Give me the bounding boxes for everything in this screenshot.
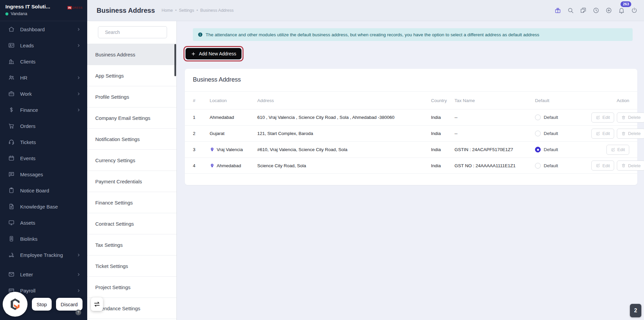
location-name: Vraj Valencia (217, 147, 243, 152)
row-number: 3 (193, 147, 210, 152)
breadcrumb-item-home[interactable]: Home (162, 8, 173, 13)
sidebar-item-events[interactable]: Events (0, 150, 87, 166)
default-radio[interactable] (535, 163, 541, 169)
gift-icon[interactable] (554, 7, 561, 14)
address-text: Science City Road, Sola (257, 163, 431, 168)
trash-icon (621, 163, 626, 168)
recorder-logo-button[interactable] (3, 292, 28, 317)
settings-item-finance-settings[interactable]: Finance Settings (87, 192, 176, 213)
sidebar-item-orders[interactable]: Orders (0, 118, 87, 134)
sidebar-item-hr[interactable]: HR (0, 70, 87, 86)
clock-icon[interactable] (592, 7, 600, 14)
sidebar-item-notice-board[interactable]: Notice Board (0, 182, 87, 198)
default-radio[interactable] (535, 131, 541, 136)
settings-item-payment-credentials[interactable]: Payment Credentials (87, 171, 176, 192)
sidebar-item-employee-tracking[interactable]: Employee Tracking (0, 247, 87, 263)
breadcrumb: Home•Settings•Business Address (162, 8, 234, 13)
bell-icon[interactable]: 263 (618, 7, 625, 14)
settings-item-app-settings[interactable]: App Settings (87, 65, 176, 86)
sidebar-item-clients[interactable]: Clients (0, 53, 87, 70)
sidebar-item-biolinks[interactable]: Biolinks (0, 231, 87, 247)
edit-button[interactable]: Edit (591, 112, 614, 123)
user-name: Vandana (11, 11, 27, 16)
edit-icon (596, 115, 600, 120)
row-number: 2 (193, 131, 210, 136)
location-cell: Ahmedabad (210, 115, 257, 120)
chevron-right-icon (77, 92, 80, 96)
address-table: #LocationAddressCountryTax NameDefaultAc… (185, 92, 637, 174)
brand-header: Ingress IT Soluti... Vandana IN GRESS (0, 0, 87, 21)
default-label: Default (544, 147, 558, 152)
default-radio[interactable] (535, 115, 541, 120)
settings-item-company-email-settings[interactable]: Company Email Settings (87, 107, 176, 129)
sidebar-item-leads[interactable]: Leads (0, 37, 87, 53)
sidebar-item-dashboard[interactable]: Dashboard (0, 21, 87, 37)
sidebar-item-work[interactable]: Work (0, 86, 87, 102)
sidebar-item-letter[interactable]: Letter (0, 266, 87, 282)
online-status-dot (5, 12, 8, 15)
edit-button[interactable]: Edit (606, 145, 629, 155)
leads-icon (8, 42, 15, 49)
location-name: Ahmedabad (210, 115, 234, 120)
settings-item-currency-settings[interactable]: Currency Settings (87, 150, 176, 171)
add-new-address-button[interactable]: Add New Address (185, 48, 241, 59)
sidebar-item-tickets[interactable]: Tickets (0, 134, 87, 150)
sidebar-item-label: Messages (20, 172, 80, 177)
sidebar-item-label: Biolinks (20, 236, 80, 242)
sidebar-item-label: Orders (20, 123, 80, 129)
edit-icon (596, 163, 600, 168)
app-window: Ingress IT Soluti... Vandana IN GRESS Da… (0, 0, 644, 320)
scrollbar-thumb[interactable] (174, 44, 176, 76)
help-button[interactable]: ? (75, 310, 81, 315)
tax-name-text: GST NO : 24AAAAA1111E1Z1 (454, 163, 535, 168)
page-title: Business Address (97, 7, 155, 14)
tab-count-badge[interactable]: 2 (630, 304, 641, 317)
settings-item-tax-settings[interactable]: Tax Settings (87, 234, 176, 256)
settings-search-input[interactable] (105, 30, 166, 35)
assets-icon (8, 219, 15, 226)
sidebar-item-label: Assets (20, 220, 80, 226)
notes-icon[interactable] (580, 7, 587, 14)
swap-button[interactable] (91, 298, 103, 311)
settings-item-profile-settings[interactable]: Profile Settings (87, 86, 176, 107)
edit-button[interactable]: Edit (591, 129, 614, 139)
messages-icon (8, 171, 15, 178)
business-address-card: Business Address #LocationAddressCountry… (185, 69, 637, 185)
sidebar-item-knowledge-base[interactable]: Knowledge Base (0, 198, 87, 215)
sidebar-item-label: Leads (20, 43, 71, 48)
power-icon[interactable] (631, 7, 638, 14)
search-icon[interactable] (567, 7, 574, 14)
settings-item-contract-settings[interactable]: Contract Settings (87, 213, 176, 234)
table-header: #LocationAddressCountryTax NameDefaultAc… (185, 92, 637, 109)
pin-icon (210, 163, 215, 168)
settings-panel: Business AddressApp SettingsProfile Sett… (87, 21, 177, 320)
sidebar-item-label: Employee Tracking (20, 252, 71, 258)
sidebar-item-messages[interactable]: Messages (0, 166, 87, 182)
breadcrumb-item-settings[interactable]: Settings (179, 8, 194, 13)
sidebar-item-assets[interactable]: Assets (0, 215, 87, 231)
sidebar-item-finance[interactable]: Finance (0, 102, 87, 118)
recorder-logo-icon (8, 297, 22, 311)
default-cell: Default (535, 147, 591, 152)
column-header-: # (193, 98, 210, 103)
plus-circle-icon[interactable] (605, 7, 612, 14)
delete-button[interactable]: Delete (617, 161, 644, 171)
address-text: 610 , Vraj Valencia , Science City Road … (257, 115, 431, 120)
sidebar-item-label: HR (20, 75, 71, 81)
table-row: 4AhmedabadScience City Road, SolaIndiaGS… (185, 157, 637, 174)
tax-name-text: -- (454, 115, 535, 120)
settings-item-ticket-settings[interactable]: Ticket Settings (87, 256, 176, 277)
sidebar-item-label: Dashboard (20, 27, 71, 32)
location-cell: Ahmedabad (210, 163, 257, 168)
work-icon (8, 90, 15, 97)
delete-button[interactable]: Delete (617, 112, 644, 123)
delete-button[interactable]: Delete (617, 129, 644, 139)
column-header-country: Country (431, 98, 454, 103)
discard-button[interactable]: Discard (56, 298, 83, 311)
edit-button[interactable]: Edit (591, 161, 614, 171)
default-label: Default (544, 115, 558, 120)
stop-button[interactable]: Stop (32, 298, 52, 311)
settings-item-notification-settings[interactable]: Notification Settings (87, 129, 176, 150)
settings-item-business-address[interactable]: Business Address (87, 44, 176, 65)
default-radio[interactable] (535, 147, 541, 152)
